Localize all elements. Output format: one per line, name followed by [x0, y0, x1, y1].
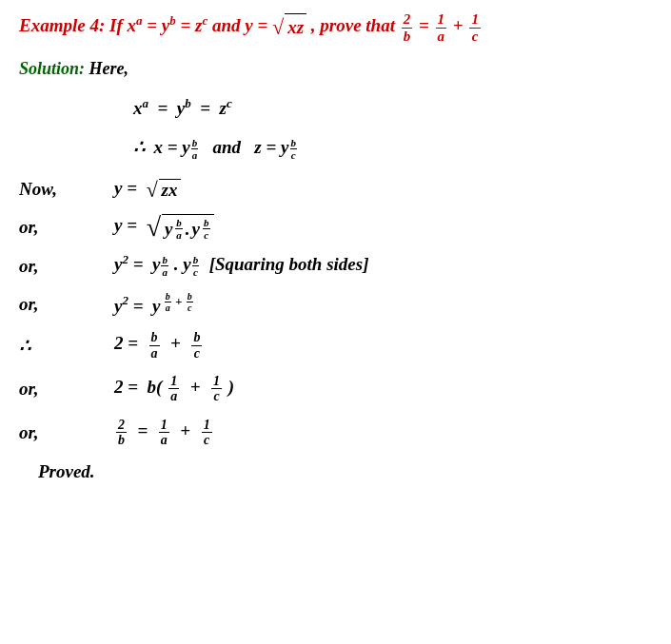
or-label-5: or, [19, 256, 114, 277]
step-2: ∴ x = yba and z = ybc [133, 136, 652, 161]
frac-2-b: 2 b [402, 11, 413, 44]
or-label-8: or, [19, 379, 114, 400]
proved: Proved. [38, 461, 652, 482]
now-label: Now, [19, 179, 114, 200]
sqrt-xz: √xz [272, 13, 306, 42]
solution-label: Solution: [19, 59, 89, 78]
frac-1-c: 1 c [469, 11, 481, 44]
or-label-6: or, [19, 294, 114, 315]
step-6: or, y2 = y ba + bc [19, 291, 652, 317]
proved-text: Proved. [38, 461, 95, 481]
step-9-math: 2b = 1a + 1c [114, 418, 214, 448]
step-8-math: 2 = b( 1a + 1c ) [114, 374, 234, 404]
step-1: xa = yb = zc [133, 98, 652, 119]
solution-intro: Solution: Here, [19, 59, 652, 79]
step-4: or, y = √ yba . ybc [19, 214, 652, 241]
here-text: Here, [89, 59, 128, 78]
step-3: Now, y = √zx [19, 178, 652, 201]
therefore-label: ∴ [19, 335, 76, 357]
example-title: Example 4: If xa = yb = zc and y = √xz ,… [19, 11, 652, 44]
frac-1-a: 1 a [436, 11, 447, 44]
example-label: Example 4: If [19, 15, 127, 35]
step-9: or, 2b = 1a + 1c [19, 418, 652, 448]
step-3-math: y = √zx [114, 178, 181, 201]
or-label-9: or, [19, 422, 114, 443]
step-4-math: y = √ yba . ybc [114, 214, 214, 241]
step-5-math: y2 = yba . ybc [Squaring both sides] [114, 254, 369, 278]
step-8: or, 2 = b( 1a + 1c ) [19, 374, 652, 404]
step-7-math: 2 = ba + bc [114, 330, 204, 361]
step-5: or, y2 = yba . ybc [Squaring both sides] [19, 254, 652, 278]
step-7: ∴ 2 = ba + bc [19, 330, 652, 361]
step-6-math: y2 = y ba + bc [114, 291, 194, 317]
or-label-4: or, [19, 217, 114, 238]
